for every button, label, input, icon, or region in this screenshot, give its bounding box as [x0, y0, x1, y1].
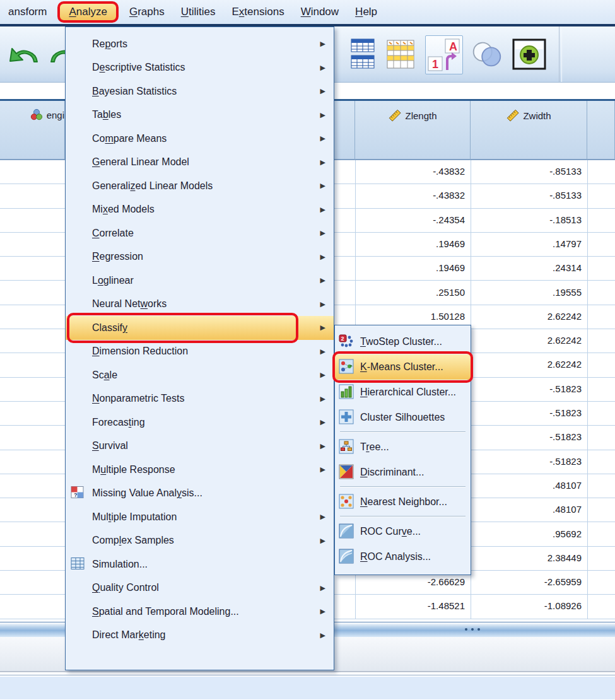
menu-item-label: Mixed Models	[92, 204, 155, 215]
menu-item-generalized-linear-models[interactable]: Generalized Linear Models▶	[66, 174, 334, 198]
cell-zwidth[interactable]: -.85133	[471, 166, 587, 177]
cell-zwidth[interactable]: .48107	[471, 480, 587, 491]
column-header-engi[interactable]: engi	[0, 101, 65, 160]
menu-item-scale[interactable]: Scale▶	[66, 363, 334, 387]
column-header-blank[interactable]	[587, 101, 615, 160]
cell-zwidth[interactable]: -.51823	[471, 431, 587, 442]
cell-zwidth[interactable]: .19555	[471, 287, 587, 298]
menu-item-label: Descriptive Statistics	[92, 62, 185, 73]
menu-item-multiple-imputation[interactable]: Multiple Imputation▶	[66, 505, 334, 529]
menu-item-bayesian-statistics[interactable]: Bayesian Statistics▶	[66, 79, 334, 103]
cell-zwidth[interactable]: -.51823	[471, 407, 587, 418]
submenu-arrow-icon: ▶	[320, 442, 325, 450]
menu-item-label: Loglinear	[92, 275, 134, 286]
undo-button[interactable]	[6, 35, 43, 73]
variable-view-button[interactable]	[382, 35, 419, 73]
cell-zlength[interactable]: -1.48521	[355, 600, 471, 611]
svg-text:A: A	[449, 40, 457, 53]
menu-item-nonparametric-tests[interactable]: Nonparametric Tests▶	[66, 387, 334, 411]
cell-zwidth[interactable]: .48107	[471, 504, 587, 515]
menu-item-simulation[interactable]: Simulation...	[66, 552, 334, 576]
cell-zwidth[interactable]: -.51823	[471, 383, 587, 394]
use-sets-button[interactable]	[468, 35, 505, 73]
menu-item-forecasting[interactable]: Forecasting▶	[66, 411, 334, 435]
submenu-item-discriminant[interactable]: Discriminant...	[335, 460, 471, 485]
column-header-zlength[interactable]: Zlength	[355, 101, 471, 160]
menu-item-survival[interactable]: Survival▶	[66, 435, 334, 458]
menu-item-label: Scale	[92, 370, 117, 381]
cell-zlength[interactable]: -2.66629	[355, 576, 471, 587]
submenu-arrow-icon: ▶	[320, 347, 325, 356]
submenu-item-cluster-silhouettes[interactable]: Cluster Silhouettes	[335, 405, 471, 430]
menu-item-compare-means[interactable]: Compare Means▶	[66, 127, 334, 151]
menu-item-neural-networks[interactable]: Neural Networks▶	[66, 293, 334, 317]
cell-zwidth[interactable]: 2.62242	[471, 335, 587, 346]
menu-item-mixed-models[interactable]: Mixed Models▶	[66, 198, 334, 222]
menu-item-reports[interactable]: Reports▶	[66, 32, 334, 56]
menu-item-direct-marketing[interactable]: Direct Marketing▶	[66, 624, 334, 648]
cell-zwidth[interactable]: -2.65959	[471, 576, 587, 587]
cell-zwidth[interactable]: -.51823	[471, 456, 587, 467]
submenu-item-roc-analysis[interactable]: ROC Analysis...	[335, 544, 471, 569]
simulation-icon	[70, 556, 87, 573]
value-labels-icon: A1	[426, 37, 462, 73]
menu-item-label: Classify	[92, 322, 127, 334]
tree-icon	[339, 439, 355, 455]
submenu-item-k-means-cluster[interactable]: K-Means Cluster...	[335, 354, 471, 380]
split-file-button[interactable]	[344, 35, 381, 73]
menu-item-spatial-and-temporal-modeling[interactable]: Spatial and Temporal Modeling...▶	[66, 600, 334, 624]
cell-zlength[interactable]: -.43832	[355, 166, 471, 177]
menu-item-general-linear-model[interactable]: General Linear Model▶	[66, 151, 334, 175]
menu-item-tables[interactable]: Tables▶	[66, 103, 334, 127]
menu-item-regression[interactable]: Regression▶	[66, 245, 334, 269]
menubar-item-ansform[interactable]: ansform	[0, 2, 55, 22]
submenu-item-hierarchical-cluster[interactable]: Hierarchical Cluster...	[335, 380, 471, 405]
cell-zwidth[interactable]: 2.62242	[471, 359, 587, 370]
submenu-item-nearest-neighbor[interactable]: Nearest Neighbor...	[335, 489, 471, 515]
menubar-item-utilities[interactable]: Utilities	[173, 2, 224, 22]
nominal-icon	[30, 108, 44, 121]
submenu-arrow-icon: ▶	[320, 465, 325, 474]
submenu-item-label: Hierarchical Cluster...	[360, 387, 456, 398]
cell-zlength[interactable]: .25150	[355, 287, 471, 298]
menu-item-correlate[interactable]: Correlate▶	[66, 221, 334, 245]
menu-item-complex-samples[interactable]: Complex Samples▶	[66, 529, 334, 553]
roc-curve-icon	[339, 523, 355, 540]
menu-item-loglinear[interactable]: Loglinear▶	[66, 269, 334, 293]
menubar-item-window[interactable]: Window	[293, 2, 347, 22]
menu-item-classify[interactable]: Classify▶	[66, 316, 334, 340]
menu-item-dimension-reduction[interactable]: Dimension Reduction▶	[66, 340, 334, 364]
cell-zwidth[interactable]: 2.62242	[471, 311, 587, 322]
menubar-item-analyze[interactable]: Analyze	[57, 1, 118, 23]
cell-zwidth[interactable]: .14797	[471, 238, 587, 249]
cell-zwidth[interactable]: -.18513	[471, 214, 587, 225]
menu-item-descriptive-statistics[interactable]: Descriptive Statistics▶	[66, 56, 334, 80]
cell-zlength[interactable]: .19469	[355, 262, 471, 273]
cell-zwidth[interactable]: -.85133	[471, 190, 587, 201]
submenu-item-tree[interactable]: Tree...	[335, 435, 471, 460]
menu-item-multiple-response[interactable]: Multiple Response▶	[66, 458, 334, 482]
menu-item-label: Compare Means	[92, 133, 167, 144]
menubar-item-graphs[interactable]: Graphs	[121, 2, 173, 22]
submenu-separator	[340, 486, 466, 487]
cell-zwidth[interactable]: 2.38449	[471, 552, 587, 563]
menu-item-missing-value-analysis[interactable]: ?Missing Value Analysis...	[66, 482, 334, 506]
cell-zwidth[interactable]: .24314	[471, 262, 587, 273]
splitter-handle-icon[interactable]	[465, 628, 480, 631]
menubar-item-help[interactable]: Help	[347, 2, 385, 22]
cell-zlength[interactable]: -.43832	[355, 190, 471, 201]
cell-zwidth[interactable]: .95692	[471, 528, 587, 539]
cell-zwidth[interactable]: -1.08926	[471, 600, 587, 611]
custom-dialogs-button[interactable]	[511, 35, 548, 73]
value-labels-button[interactable]: A1	[425, 35, 463, 74]
submenu-item-roc-curve[interactable]: ROC Curve...	[335, 519, 471, 544]
submenu-item-twostep-cluster[interactable]: 2TwoStep Cluster...	[335, 329, 471, 354]
menubar-item-extensions[interactable]: Extensions	[223, 2, 292, 22]
menu-item-label: Multiple Response	[92, 464, 175, 475]
cell-zlength[interactable]: .19469	[355, 238, 471, 249]
menu-item-label: Simulation...	[92, 559, 148, 570]
menu-item-quality-control[interactable]: Quality Control▶	[66, 576, 334, 600]
column-header-zwidth[interactable]: Zwidth	[471, 101, 587, 160]
cell-zlength[interactable]: 1.50128	[355, 311, 471, 322]
cell-zlength[interactable]: -.24354	[355, 214, 471, 225]
